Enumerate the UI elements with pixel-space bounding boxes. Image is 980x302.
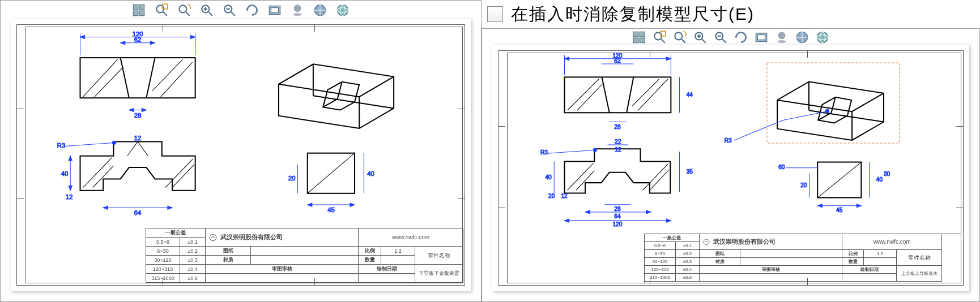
- zoom-in-icon[interactable]: [198, 2, 215, 19]
- svg-marker-88: [735, 36, 737, 38]
- svg-line-99: [602, 77, 610, 113]
- shadow-icon[interactable]: [774, 30, 789, 45]
- zoom-area-icon[interactable]: [652, 30, 667, 45]
- svg-rect-72: [633, 32, 638, 37]
- svg-marker-53: [69, 186, 72, 191]
- dim-r-side-w: 45: [836, 207, 843, 213]
- drawn-label: 图纸: [700, 250, 740, 258]
- drawn-label: 图纸: [206, 247, 251, 256]
- svg-rect-18: [271, 8, 279, 13]
- tol-val-2: ±0.3: [676, 258, 700, 266]
- svg-marker-135: [817, 204, 822, 208]
- svg-line-141: [852, 93, 884, 111]
- svg-point-50: [112, 141, 116, 144]
- company-logo-icon: [703, 239, 710, 245]
- zoom-out-icon[interactable]: [221, 2, 238, 19]
- arrange-icon[interactable]: [130, 2, 147, 19]
- dim-r-side-h: 40: [876, 176, 883, 183]
- svg-point-71: [210, 234, 216, 241]
- svg-point-92: [777, 40, 786, 43]
- dim-side-w: 45: [327, 206, 334, 213]
- svg-rect-3: [139, 11, 144, 16]
- svg-marker-39: [150, 41, 155, 45]
- svg-line-80: [681, 39, 685, 43]
- option-row: 在插入时消除复制模型尺寸(E): [482, 0, 980, 28]
- extents-icon[interactable]: [754, 30, 769, 45]
- title-block: 一般公差 武汉崇明股份有限公司 www.nwfc.com 0.5~6 ±0.1 …: [146, 228, 463, 283]
- review-val: [206, 274, 359, 283]
- url-cell: www.nwfc.com: [842, 234, 942, 250]
- tol-val-0: ±0.1: [180, 238, 206, 247]
- dim-top-drop: 28: [134, 112, 141, 119]
- svg-line-100: [627, 77, 633, 113]
- zoom-in-icon[interactable]: [693, 30, 708, 45]
- date-label: 绘制日期: [842, 266, 897, 274]
- material-label: 材质: [700, 258, 740, 266]
- tol-val-1: ±0.2: [676, 250, 700, 258]
- tolerance-header: 一般公差: [645, 234, 700, 242]
- dim-r-r1: R3: [540, 149, 548, 156]
- zoom-area-icon[interactable]: [153, 2, 170, 19]
- dim-r: R3: [57, 142, 65, 149]
- svg-rect-0: [133, 5, 138, 10]
- tol-range-4: 315~1000: [146, 274, 180, 283]
- tol-val-0: ±0.1: [676, 242, 700, 250]
- view-toolbar: [130, 2, 351, 19]
- ratio-label: 比例: [842, 250, 864, 258]
- svg-marker-128: [666, 219, 671, 222]
- zoom-rotate-icon[interactable]: [672, 30, 687, 45]
- rotate-icon[interactable]: [244, 2, 261, 19]
- left-drawing-panel: 120 62 28: [0, 0, 482, 302]
- ratio-val: 1:2: [381, 247, 415, 256]
- svg-rect-74: [633, 38, 638, 43]
- svg-line-117: [547, 150, 594, 153]
- display-icon[interactable]: [312, 2, 329, 19]
- svg-marker-136: [857, 204, 861, 208]
- right-drawing-panel: 120 62 44 28: [482, 28, 980, 302]
- url-cell: www.nwfc.com: [359, 228, 463, 247]
- review-val: [700, 274, 842, 282]
- dim-r-top-h: 44: [687, 92, 693, 98]
- display-icon[interactable]: [795, 30, 809, 45]
- globe-icon[interactable]: [815, 30, 830, 45]
- svg-line-31: [152, 59, 182, 91]
- part-name-label: 零件名称: [415, 247, 463, 265]
- tol-val-4: ±0.6: [180, 274, 206, 283]
- rotate-icon[interactable]: [734, 30, 748, 45]
- dim-r-top-drop: 28: [614, 124, 621, 130]
- svg-line-115: [643, 164, 668, 191]
- dim-r-slot-w: 22: [615, 139, 621, 145]
- tol-range-1: 6~30: [146, 247, 180, 256]
- zoom-out-icon[interactable]: [713, 30, 728, 45]
- extents-icon[interactable]: [266, 2, 283, 19]
- tol-range-0: 0.5~6: [645, 242, 676, 250]
- tol-range-2: 30~120: [645, 258, 676, 266]
- zoom-rotate-icon[interactable]: [176, 2, 193, 19]
- material-val: [740, 258, 842, 266]
- svg-point-19: [294, 5, 301, 12]
- part-footer-left: 下导板下金板装置: [415, 265, 463, 283]
- svg-marker-35: [80, 35, 85, 38]
- date-val: [842, 274, 897, 282]
- tol-range-2: 30~120: [146, 256, 180, 265]
- dim-r-side-step: 20: [800, 182, 807, 188]
- dim-r-iso-r: R3: [725, 137, 732, 144]
- dim-front-w: 64: [134, 209, 141, 216]
- shadow-icon[interactable]: [289, 2, 306, 19]
- svg-marker-63: [350, 203, 355, 206]
- qty-val: [381, 256, 415, 265]
- company-logo-icon: [209, 234, 217, 241]
- dim-r-front-step2: 12: [561, 193, 568, 199]
- globe-icon[interactable]: [334, 2, 351, 19]
- drawing-sheet-right[interactable]: 120 62 44 28: [492, 45, 969, 291]
- tol-val-1: ±0.2: [180, 247, 206, 256]
- svg-line-58: [308, 153, 355, 193]
- svg-rect-75: [640, 38, 645, 43]
- checkbox-eliminate-dup[interactable]: [487, 6, 503, 22]
- dim-r-under-w: 28: [614, 206, 621, 212]
- drawing-views-right: 120 62 44 28: [507, 53, 961, 228]
- arrange-icon[interactable]: [632, 30, 646, 45]
- review-label: 审图审核: [700, 266, 842, 274]
- dim-side-h: 40: [367, 170, 374, 177]
- drawing-sheet-left[interactable]: 120 62 28: [11, 19, 471, 291]
